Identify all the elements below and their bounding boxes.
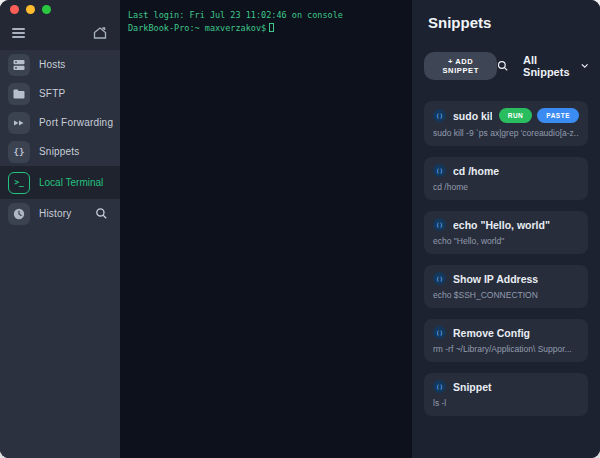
- sidebar-item-label: History: [39, 208, 72, 219]
- paste-button[interactable]: PASTE: [537, 108, 579, 123]
- braces-icon: {}: [8, 141, 30, 163]
- snippet-card[interactable]: () Snippet ls -l: [424, 373, 588, 416]
- app-window: Hosts SFTP Port Forwarding {: [0, 0, 600, 458]
- zoom-window-button[interactable]: [42, 5, 51, 14]
- sidebar-header: [0, 18, 120, 48]
- sidebar-item-local-terminal[interactable]: >_ Local Terminal: [0, 166, 120, 199]
- snippet-command: echo "Hello, world": [433, 236, 579, 246]
- snippet-title: sudo kill ...: [453, 110, 492, 122]
- sidebar-item-label: Local Terminal: [39, 177, 103, 188]
- sidebar-item-sftp[interactable]: SFTP: [0, 79, 120, 108]
- terminal-cursor: [269, 23, 274, 32]
- sidebar-item-port-forwarding[interactable]: Port Forwarding: [0, 108, 120, 137]
- snippet-icon: (): [433, 109, 446, 122]
- snippet-card[interactable]: () sudo kill ... RUN PASTE sudo kill -9 …: [424, 101, 588, 146]
- snippet-command: sudo kill -9 `ps ax|grep 'coreaudio[a-z.…: [433, 128, 579, 138]
- filter-label: All Snippets: [523, 54, 576, 78]
- snippet-card[interactable]: () echo "Hello, world" echo "Hello, worl…: [424, 211, 588, 254]
- snippets-panel: Snippets + ADD SNIPPET All Snippets () s…: [412, 0, 600, 458]
- snippets-list: () sudo kill ... RUN PASTE sudo kill -9 …: [424, 101, 588, 416]
- local-terminal-screen[interactable]: Last login: Fri Jul 23 11:02:46 on conso…: [120, 0, 412, 458]
- sidebar-nav-group: Hosts SFTP Port Forwarding {: [0, 50, 120, 166]
- terminal-prompt-line: DarkBook-Pro:~ maxverzakov$: [128, 22, 404, 35]
- snippet-card[interactable]: () Remove Config rm -rf ~/Library/Applic…: [424, 319, 588, 362]
- titlebar: [0, 0, 120, 18]
- add-snippet-button[interactable]: + ADD SNIPPET: [424, 52, 497, 80]
- snippet-icon: (): [433, 326, 446, 339]
- clock-icon: [8, 203, 30, 225]
- forward-arrow-icon: [8, 112, 30, 134]
- snippet-title: Remove Config: [453, 327, 530, 339]
- run-button[interactable]: RUN: [499, 108, 533, 123]
- snippet-icon: (): [433, 164, 446, 177]
- snippet-icon: (): [433, 218, 446, 231]
- snippet-command: echo $SSH_CONNECTION: [433, 290, 579, 300]
- sidebar-item-label: SFTP: [39, 88, 65, 99]
- chevron-down-icon: [581, 63, 588, 69]
- snippets-toolbar: + ADD SNIPPET All Snippets: [424, 52, 588, 80]
- snippet-command: cd /home: [433, 182, 579, 192]
- sidebar-item-label: Port Forwarding: [39, 117, 113, 128]
- home-icon[interactable]: [92, 25, 108, 41]
- close-window-button[interactable]: [10, 5, 19, 14]
- sidebar-item-hosts[interactable]: Hosts: [0, 50, 120, 79]
- hosts-icon: [8, 54, 30, 76]
- menu-icon[interactable]: [12, 26, 25, 40]
- snippet-command: rm -rf ~/Library/Application\ Suppor...: [433, 344, 579, 354]
- snippet-icon: (): [433, 272, 446, 285]
- snippet-title: Show IP Address: [453, 273, 538, 285]
- terminal-icon: >_: [8, 172, 30, 194]
- sidebar-item-snippets[interactable]: {} Snippets: [0, 137, 120, 166]
- minimize-window-button[interactable]: [26, 5, 35, 14]
- sidebar-item-history[interactable]: History: [0, 199, 120, 228]
- snippet-card[interactable]: () Show IP Address echo $SSH_CONNECTION: [424, 265, 588, 308]
- sidebar-item-label: Snippets: [39, 146, 80, 157]
- snippet-title: Snippet: [453, 381, 492, 393]
- folder-icon: [8, 83, 30, 105]
- sidebar-history-group: History: [0, 199, 120, 458]
- terminal-line: Last login: Fri Jul 23 11:02:46 on conso…: [128, 9, 404, 22]
- snippet-command: ls -l: [433, 398, 579, 408]
- sidebar-item-label: Hosts: [39, 59, 66, 70]
- snippet-title: echo "Hello, world": [453, 219, 550, 231]
- panel-title: Snippets: [428, 14, 588, 31]
- snippet-title: cd /home: [453, 165, 499, 177]
- snippet-icon: (): [433, 380, 446, 393]
- search-icon[interactable]: [497, 59, 509, 73]
- snippets-filter-dropdown[interactable]: All Snippets: [523, 54, 588, 78]
- history-search-icon[interactable]: [95, 207, 108, 220]
- snippet-card[interactable]: () cd /home cd /home: [424, 157, 588, 200]
- sidebar: Hosts SFTP Port Forwarding {: [0, 0, 120, 458]
